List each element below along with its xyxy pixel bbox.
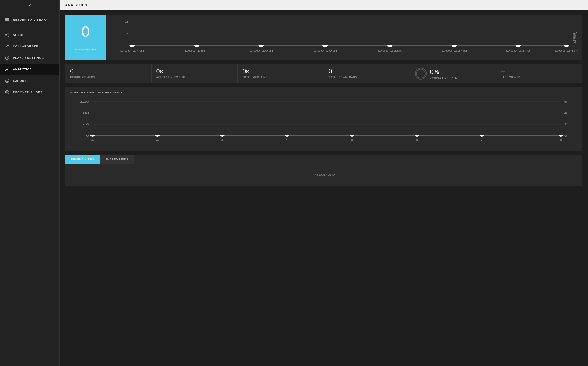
last-viewed-value: -- [501,68,578,75]
no-recent-text: No Recent Views [65,164,582,186]
slide-chart-section: AVERAGE VIEW TIME PER SLIDE Seconds Num … [65,87,582,151]
total-views-number: 0 [81,24,90,39]
slide-chart-container: Seconds Num of Views 120 80 40 0 6 4 [70,97,578,147]
sidebar-toggle[interactable] [0,0,59,11]
svg-text:0: 0 [86,134,89,137]
svg-text:2: 2 [125,33,129,35]
chevron-left-icon [28,4,32,8]
views-chart-svg: Views Downloads 4 2 [108,17,579,58]
views-chart-container: Views Downloads 4 2 [108,17,579,58]
content-area: 0 TOTAL VIEWS Views Downloads [60,10,588,191]
completion-rate-value: 0% [430,68,457,76]
svg-point-5 [6,34,7,36]
svg-text:8: 8 [559,138,563,141]
svg-text:40: 40 [83,123,89,126]
svg-point-26 [323,45,327,46]
svg-point-62 [559,135,563,137]
sidebar: RETURN TO LIBRARY SHARE [0,0,60,366]
sidebar-item-recover-slides[interactable]: RECOVER SLIDES [0,86,59,98]
svg-text:0: 0 [564,134,567,137]
svg-point-59 [350,135,354,137]
svg-text:2: 2 [564,123,567,126]
svg-text:3: 3 [221,138,224,141]
total-downloads-label: TOTAL DOWNLOADS [329,76,405,78]
total-views-label: TOTAL VIEWS [75,48,97,51]
sidebar-item-return-to-library[interactable]: RETURN TO LIBRARY [0,14,59,25]
svg-line-6 [7,34,8,35]
export-icon [5,78,10,83]
svg-text:80: 80 [83,112,89,114]
completion-circle-svg [415,68,426,79]
svg-text:2: 2 [156,138,159,141]
svg-point-57 [220,135,225,137]
total-views-card: 0 TOTAL VIEWS [65,15,106,60]
views-chart-area: Views Downloads 4 2 [106,15,582,60]
svg-text:Dec 20th: Dec 20th [313,50,337,52]
completion-rate-label: COMPLETION RATE [430,76,457,79]
sidebar-item-label: PLAYER SETTINGS [13,56,44,60]
svg-point-60 [415,135,419,137]
sidebar-nav: RETURN TO LIBRARY SHARE [0,11,59,100]
page-title: ANALYTICS [60,0,588,10]
svg-text:7: 7 [480,138,484,141]
svg-text:Dec 19th: Dec 19th [249,50,273,52]
unique-viewers-label: UNIQUE VIEWERS [70,76,147,78]
analytics-icon [5,67,10,72]
recent-section: RECENT VIEWS SHARED LINKS No Recent View… [65,155,582,186]
sidebar-item-label: ANALYTICS [13,68,32,71]
sidebar-item-label: COLLABORATE [13,45,38,48]
nav-divider [0,27,59,27]
svg-point-39 [416,69,425,78]
total-downloads-value: 0 [329,68,405,75]
svg-point-8 [6,45,7,46]
slide-chart-svg: Seconds Num of Views 120 80 40 0 6 4 [70,97,578,147]
svg-point-56 [155,135,160,137]
sidebar-item-export[interactable]: EXPORT [0,75,59,86]
last-viewed-label: LAST VIEWED [501,76,578,78]
svg-point-30 [564,45,569,46]
top-stats-row: 0 TOTAL VIEWS Views Downloads [65,15,582,60]
sidebar-item-label: EXPORT [13,79,26,83]
svg-point-3 [8,33,9,34]
total-view-time-value: 0s [242,68,319,75]
tab-recent-views[interactable]: RECENT VIEWS [65,155,100,164]
svg-text:4: 4 [125,21,129,23]
sidebar-item-collaborate[interactable]: COLLABORATE [0,41,59,52]
total-view-time-label: TOTAL VIEW TIME [242,76,319,78]
svg-point-4 [8,36,9,37]
collaborate-icon [5,44,10,49]
svg-text:Dec 22nd: Dec 22nd [441,50,467,52]
sidebar-item-label: RETURN TO LIBRARY [13,18,48,21]
list-icon [5,17,10,22]
sidebar-item-analytics[interactable]: ANALYTICS [0,63,59,75]
svg-point-24 [194,45,199,46]
sidebar-item-player-settings[interactable]: PLAYER SETTINGS [0,52,59,63]
avg-view-time-value: 0s [156,68,233,75]
share-icon [5,32,10,37]
svg-text:Dec 24th: Dec 24th [555,50,579,52]
svg-point-25 [259,45,264,46]
main-content: ANALYTICS 0 TOTAL VIEWS Views Downloads [60,0,588,366]
svg-point-58 [285,135,290,137]
svg-point-29 [516,45,521,46]
sidebar-item-share[interactable]: SHARE [0,29,59,41]
svg-text:120: 120 [80,100,89,103]
svg-text:1: 1 [91,138,94,141]
svg-point-9 [7,45,9,46]
svg-text:6: 6 [564,100,567,103]
svg-point-27 [387,45,392,46]
avg-view-time-label: AVERAGE VIEW TIME [156,76,233,78]
completion-circle [415,68,427,80]
tab-shared-links[interactable]: SHARED LINKS [100,155,134,164]
svg-point-28 [452,45,457,46]
stat-total-view-time: 0s TOTAL VIEW TIME [238,64,324,83]
svg-text:Dec 18th: Dec 18th [185,50,209,52]
svg-point-55 [90,135,95,137]
slide-chart-title: AVERAGE VIEW TIME PER SLIDE [70,91,578,94]
svg-text:6: 6 [415,138,419,141]
sidebar-item-label: SHARE [13,33,24,37]
completion-text: 0% COMPLETION RATE [430,68,457,79]
svg-line-7 [7,35,8,36]
play-circle-icon [5,55,10,60]
svg-text:Dec 21st: Dec 21st [378,50,402,52]
